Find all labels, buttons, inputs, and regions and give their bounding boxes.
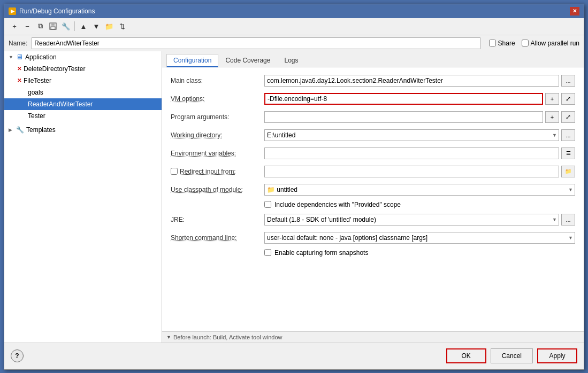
- dialog-icon: ▶: [9, 7, 16, 15]
- vm-options-label: VM options:: [171, 95, 264, 103]
- application-label: Application: [25, 53, 57, 61]
- classpath-select[interactable]: 📁 untitled: [264, 184, 575, 196]
- redirect-browse-button[interactable]: 📁: [561, 166, 575, 177]
- name-label: Name:: [9, 40, 27, 47]
- shorten-cmd-select[interactable]: user-local default: none - java [options…: [264, 232, 575, 244]
- program-args-input[interactable]: [264, 111, 543, 123]
- working-dir-input[interactable]: [264, 129, 559, 141]
- settings-button[interactable]: 🔧: [60, 20, 72, 32]
- apply-button[interactable]: Apply: [537, 348, 577, 363]
- sidebar: ▼ 🖥 Application ✕ DeleteDirectoryTester …: [4, 51, 162, 343]
- classpath-row: Use classpath of module: 📁 untitled ▼: [171, 183, 575, 197]
- enable-snapshots-row: Enable capturing form snapshots: [171, 249, 575, 257]
- vm-options-row: VM options: + ⤢: [171, 92, 575, 106]
- tab-configuration[interactable]: Configuration: [166, 54, 218, 67]
- env-vars-edit-button[interactable]: ☰: [561, 147, 575, 159]
- jre-select[interactable]: Default (1.8 - SDK of 'untitled' module): [264, 214, 559, 226]
- main-class-input[interactable]: [264, 75, 559, 87]
- sidebar-item-file-tester[interactable]: ✕ FileTester: [4, 75, 162, 87]
- copy-config-button[interactable]: ⧉: [34, 20, 46, 32]
- include-deps-checkbox[interactable]: [264, 201, 271, 208]
- vm-add-button[interactable]: +: [545, 93, 559, 105]
- jre-browse-button[interactable]: ...: [561, 214, 575, 226]
- tabs: Configuration Code Coverage Logs: [162, 51, 584, 67]
- shorten-cmd-control: user-local default: none - java [options…: [264, 232, 575, 244]
- jre-label: JRE:: [171, 216, 264, 223]
- title-bar-left: ▶ Run/Debug Configurations: [9, 7, 95, 15]
- cancel-button[interactable]: Cancel: [491, 348, 533, 363]
- working-dir-control: ▼ ...: [264, 129, 575, 141]
- redirect-input-row: Redirect input from: 📁: [171, 165, 575, 178]
- shorten-cmd-label: Shorten command line:: [171, 234, 264, 242]
- templates-label: Templates: [26, 126, 56, 134]
- footer-left: ?: [11, 349, 24, 362]
- redirect-control: 📁: [264, 166, 575, 177]
- ok-button[interactable]: OK: [446, 348, 486, 363]
- application-folder-icon: 🖥: [16, 53, 23, 61]
- jre-control: Default (1.8 - SDK of 'untitled' module)…: [264, 214, 575, 226]
- enable-snapshots-label: Enable capturing form snapshots: [274, 249, 368, 257]
- sort-button[interactable]: ⇅: [116, 20, 128, 32]
- name-input[interactable]: [32, 37, 480, 49]
- sidebar-item-delete-dir[interactable]: ✕ DeleteDirectoryTester: [4, 63, 162, 75]
- form-area: Main class: ... VM options: + ⤢: [162, 67, 584, 331]
- shorten-cmd-row: Shorten command line: user-local default…: [171, 231, 575, 245]
- share-checkbox-label[interactable]: Share: [489, 40, 515, 47]
- remove-config-button[interactable]: −: [21, 20, 33, 32]
- share-label: Share: [498, 40, 515, 47]
- bottom-label: Before launch: Build, Activate tool wind…: [173, 334, 282, 340]
- classpath-wrapper: 📁 untitled ▼: [264, 184, 575, 196]
- save-config-button[interactable]: [47, 20, 59, 32]
- svg-rect-2: [51, 27, 55, 29]
- collapse-icon[interactable]: ▼: [166, 335, 171, 340]
- vm-expand-button[interactable]: ⤢: [561, 93, 575, 105]
- working-dir-wrapper: ▼: [264, 129, 559, 141]
- main-class-control: ...: [264, 75, 575, 87]
- redirect-label: Redirect input from:: [180, 168, 236, 175]
- jre-row: JRE: Default (1.8 - SDK of 'untitled' mo…: [171, 213, 575, 227]
- allow-parallel-label: Allow parallel run: [531, 40, 579, 47]
- program-args-control: + ⤢: [264, 111, 575, 123]
- title-bar: ▶ Run/Debug Configurations ✕: [4, 4, 584, 18]
- include-deps-row: Include dependencies with "Provided" sco…: [171, 201, 575, 208]
- main-class-row: Main class: ...: [171, 74, 575, 88]
- allow-parallel-checkbox-label[interactable]: Allow parallel run: [522, 40, 579, 47]
- env-vars-control: ☰: [264, 147, 575, 159]
- redirect-input[interactable]: [264, 166, 559, 177]
- help-button[interactable]: ?: [11, 349, 24, 362]
- move-up-button[interactable]: ▲: [78, 20, 89, 32]
- sidebar-item-reader-writer[interactable]: ReaderAndWiterTester: [4, 98, 162, 110]
- env-vars-row: Environment variables: ☰: [171, 146, 575, 160]
- vm-options-control: + ⤢: [264, 93, 575, 105]
- move-down-button[interactable]: ▼: [90, 20, 102, 32]
- shorten-cmd-wrapper: user-local default: none - java [options…: [264, 232, 575, 244]
- share-checkbox[interactable]: [489, 40, 496, 46]
- args-add-button[interactable]: +: [545, 111, 559, 123]
- footer: ? OK Cancel Apply: [4, 343, 584, 369]
- working-dir-label: Working directory:: [171, 131, 264, 139]
- sidebar-templates-header[interactable]: ▶ 🔧 Templates: [4, 124, 162, 136]
- redirect-checkbox[interactable]: [171, 168, 178, 175]
- sidebar-item-goals[interactable]: goals: [4, 87, 162, 98]
- close-button[interactable]: ✕: [570, 7, 579, 15]
- program-args-label: Program arguments:: [171, 113, 264, 121]
- env-vars-input[interactable]: [264, 147, 559, 159]
- enable-snapshots-checkbox[interactable]: [264, 249, 271, 256]
- add-config-button[interactable]: +: [9, 20, 20, 32]
- toolbar-sep-1: [74, 21, 75, 31]
- main-class-browse-button[interactable]: ...: [561, 75, 575, 87]
- sidebar-application-header[interactable]: ▼ 🖥 Application: [4, 51, 162, 63]
- allow-parallel-checkbox[interactable]: [522, 40, 529, 46]
- tab-logs[interactable]: Logs: [277, 54, 305, 67]
- args-expand-button[interactable]: ⤢: [561, 111, 575, 123]
- sidebar-item-tester[interactable]: Tester: [4, 110, 162, 122]
- error-icon-1: ✕: [17, 66, 21, 72]
- move-to-group-button[interactable]: 📁: [103, 20, 115, 32]
- tab-code-coverage[interactable]: Code Coverage: [218, 54, 277, 67]
- vm-options-input[interactable]: [264, 93, 543, 105]
- bottom-section: ▼ Before launch: Build, Activate tool wi…: [162, 331, 584, 343]
- name-checkboxes: Share Allow parallel run: [489, 40, 579, 47]
- working-dir-row: Working directory: ▼ ...: [171, 128, 575, 142]
- working-dir-browse-button[interactable]: ...: [561, 129, 575, 141]
- right-panel: Configuration Code Coverage Logs Main cl…: [162, 51, 584, 343]
